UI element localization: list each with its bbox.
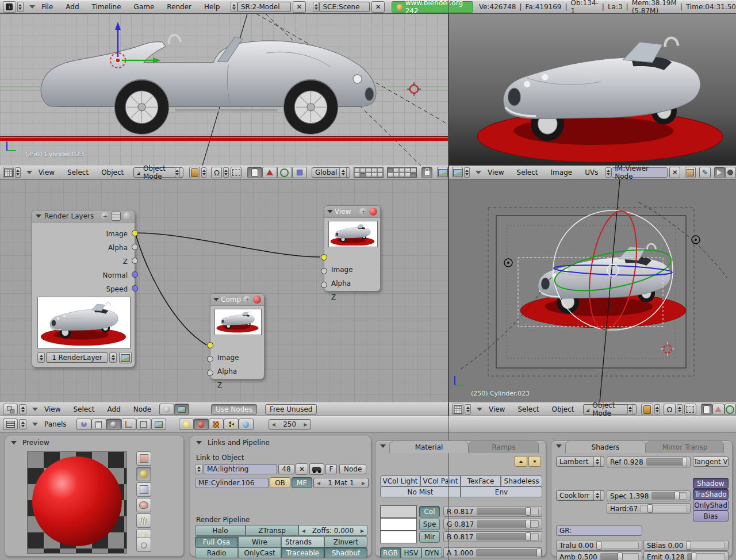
editor-type-stepper[interactable] [464,167,470,178]
editor-type-stepper[interactable] [465,404,470,415]
image-close-button[interactable]: ✕ [669,167,680,178]
menu-view[interactable]: View [488,168,504,177]
tab-mirror-transp[interactable]: Mirror Transp [646,440,724,453]
editing-context-icon[interactable] [136,419,151,430]
ob-link-button[interactable]: OB [270,477,290,488]
preview-cube-button[interactable] [136,482,151,497]
node-plus-icon[interactable]: + [243,296,251,304]
menu-select[interactable]: Select [73,405,94,413]
orientation-dropdown[interactable]: Global [312,167,350,178]
world-subcontext-icon[interactable] [239,419,254,430]
menu-view[interactable]: View [44,405,60,413]
screen-stepper[interactable] [231,2,237,12]
material-move-down-button[interactable] [528,456,541,467]
shadbuf-toggle[interactable]: Shadbuf [324,547,367,558]
socket-alpha[interactable] [132,244,138,250]
output-z[interactable]: Z [32,255,135,269]
g-slider[interactable]: G 0.817 [443,519,542,530]
mode-dropdown[interactable]: ⟓ Object Mode [133,167,183,178]
socket-image[interactable] [132,230,138,236]
ztransp-toggle[interactable]: ZTransp [246,525,298,536]
wire-toggle[interactable]: Wire [238,536,281,547]
ref-slider[interactable]: Ref 0.928 [607,457,691,467]
editor-type-stepper[interactable] [15,167,21,178]
comp-node[interactable]: Comp + Image Alpha Z [210,293,264,379]
node-preview-sphere-icon[interactable] [123,212,131,220]
texture-subcontext-icon[interactable] [209,419,224,430]
layer-stepper-left[interactable] [37,352,45,363]
alpha-slider[interactable]: A 1.000 [443,547,542,558]
material-browse-stepper[interactable] [195,464,202,474]
menu-select[interactable]: Select [67,168,89,177]
tab-material[interactable]: Material [389,440,469,453]
socket-alpha[interactable] [321,268,327,274]
node-material-sphere-icon[interactable] [369,208,377,216]
input-alpha[interactable]: Alpha [210,365,264,378]
collapse-menu-icon[interactable] [26,171,32,174]
proportional-edit-icon[interactable]: Ω [211,167,222,178]
output-speed[interactable]: Speed [32,282,135,296]
collapse-menu-icon[interactable] [476,171,481,174]
draw-type-stepper[interactable] [654,404,660,415]
tab-shaders[interactable]: Shaders [565,440,646,453]
panel-collapse-icon[interactable] [556,444,562,448]
layer-stepper-right[interactable] [109,352,117,363]
collapse-menu-icon[interactable] [477,408,482,411]
layer-image-icon[interactable] [119,352,132,363]
manipulator-translate-icon[interactable] [262,167,277,178]
shadeless-toggle[interactable]: Shadeless [501,475,542,486]
radiosity-subcontext-icon[interactable] [224,419,239,430]
render-this-window-button[interactable] [437,167,448,178]
menu-render[interactable]: Render [167,3,191,11]
pencil-icon[interactable]: ✎ [699,167,710,178]
trashado-toggle[interactable]: TraShado [693,489,729,500]
socket-z[interactable] [207,370,213,376]
node-material-sphere-icon[interactable] [253,296,261,304]
socket-image[interactable] [321,254,327,260]
scene-context-icon[interactable] [151,419,166,430]
preview-hair-button[interactable] [136,513,151,528]
panel-collapse-icon[interactable] [380,444,386,448]
node-toggle-button[interactable]: Node [339,464,366,474]
menu-uvs[interactable]: UVs [585,168,598,177]
script-context-icon[interactable] [91,419,106,430]
preview-monkey-button[interactable] [136,498,151,512]
b-slider[interactable]: B 0.817 [443,531,542,542]
env-toggle[interactable]: Env [461,486,542,497]
mir-button[interactable]: Mir [419,531,440,543]
socket-z[interactable] [321,282,327,288]
amb-slider[interactable]: Amb 0.500 [556,551,642,560]
sbias-slider[interactable]: SBias 0.00 [643,540,729,551]
menu-view[interactable]: View [39,168,55,177]
gr-group-field[interactable]: GR: [556,526,642,536]
menu-object[interactable]: Object [101,168,124,177]
menu-timeline[interactable]: Timeline [92,3,121,11]
editor-divider[interactable] [448,0,448,560]
output-alpha[interactable]: Alpha [32,241,135,255]
material-nodes-icon[interactable] [159,404,174,415]
3d-viewport-camera[interactable]: (250) Cylinder.023 [448,179,736,402]
screen-selector[interactable]: SR:2-Model [237,2,291,12]
tab-ramps[interactable]: Ramps [469,440,539,453]
collapse-menu-icon[interactable] [29,5,35,9]
menu-game[interactable]: Game [134,3,155,11]
scene-stepper[interactable] [313,2,320,12]
r-slider[interactable]: R 0.817 [443,506,542,517]
hsv-toggle[interactable]: HSV [401,547,421,558]
menu-select[interactable]: Select [517,168,538,177]
collapse-menu-icon[interactable] [32,408,38,411]
node-plus-icon[interactable]: + [101,212,109,220]
render-image-view[interactable] [448,14,736,166]
frame-right-arrow[interactable]: ▸ [304,420,308,428]
use-nodes-button[interactable]: Use Nodes [211,404,257,415]
render-layer-select[interactable]: 1 RenderLayer [46,352,108,363]
tralu-slider[interactable]: Tralu 0.00 [556,540,642,551]
full-osa-toggle[interactable]: Full Osa [195,536,238,547]
socket-normal[interactable] [132,271,138,278]
lamp-subcontext-icon[interactable] [179,419,194,430]
manipulator-scale-icon[interactable] [292,167,307,178]
image-stepper[interactable] [605,167,611,178]
diffuse-shader-dropdown[interactable]: Lambert [556,457,604,467]
onlyshad-toggle[interactable]: OnlyShad [693,500,729,511]
emit-slider[interactable]: Emit 0.128 [643,551,729,560]
